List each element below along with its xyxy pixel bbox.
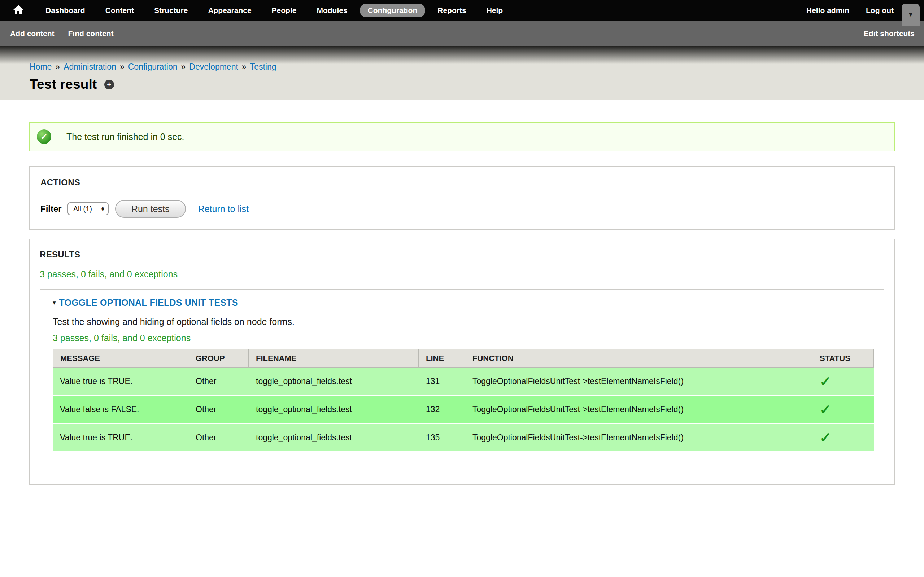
toolbar-menu: DashboardContentStructureAppearancePeopl… <box>36 3 513 17</box>
table-row: Value false is FALSE.Othertoggle_optiona… <box>53 396 874 424</box>
cell-group: Other <box>188 396 249 424</box>
admin-toolbar: DashboardContentStructureAppearancePeopl… <box>0 0 924 21</box>
cell-filename: toggle_optional_fields.test <box>249 396 419 424</box>
column-header-status: STATUS <box>813 349 874 368</box>
toolbar-item-content[interactable]: Content <box>97 3 142 17</box>
filter-select[interactable]: All (1) ▲▼ <box>68 202 109 215</box>
breadcrumb-separator: » <box>55 62 60 71</box>
results-table: MESSAGEGROUPFILENAMELINEFUNCTIONSTATUS V… <box>53 349 874 452</box>
results-summary: 3 passes, 0 fails, and 0 exceptions <box>40 269 884 279</box>
breadcrumb-link-home[interactable]: Home <box>30 62 52 71</box>
table-row: Value true is TRUE.Othertoggle_optional_… <box>53 368 874 396</box>
toolbar-item-reports[interactable]: Reports <box>430 3 474 17</box>
status-message-text: The test run finished in 0 sec. <box>66 132 184 142</box>
chevron-down-icon: ▼ <box>908 11 914 18</box>
results-table-header-row: MESSAGEGROUPFILENAMELINEFUNCTIONSTATUS <box>53 349 874 368</box>
cell-status: ✓ <box>813 368 874 396</box>
cell-status: ✓ <box>813 396 874 424</box>
cell-group: Other <box>188 368 249 396</box>
cell-message: Value false is FALSE. <box>53 396 188 424</box>
run-tests-button[interactable]: Run tests <box>115 200 186 218</box>
toolbar-item-structure[interactable]: Structure <box>146 3 195 17</box>
breadcrumb-separator: » <box>181 62 186 71</box>
pass-check-icon: ✓ <box>820 374 831 389</box>
results-fieldset: RESULTS 3 passes, 0 fails, and 0 excepti… <box>29 239 895 485</box>
pass-check-icon: ✓ <box>820 402 831 417</box>
cell-message: Value true is TRUE. <box>53 424 188 452</box>
cell-line: 132 <box>419 396 465 424</box>
column-header-function: FUNCTION <box>465 349 813 368</box>
breadcrumb-link-configuration[interactable]: Configuration <box>128 62 178 71</box>
contextual-plus-icon[interactable]: + <box>104 80 114 89</box>
collapse-triangle-icon: ▾ <box>53 299 56 306</box>
toolbar-item-appearance[interactable]: Appearance <box>200 3 259 17</box>
column-header-line: LINE <box>419 349 465 368</box>
breadcrumb-link-administration[interactable]: Administration <box>63 62 116 71</box>
home-button[interactable] <box>8 5 29 16</box>
breadcrumb-separator: » <box>242 62 247 71</box>
shortcut-item-add-content[interactable]: Add content <box>10 29 54 38</box>
logout-link[interactable]: Log out <box>866 6 894 15</box>
return-to-list-link[interactable]: Return to list <box>198 204 249 214</box>
test-group-description: Test the showing and hiding of optional … <box>53 317 871 327</box>
test-group-summary: 3 passes, 0 fails, and 0 exceptions <box>53 333 871 343</box>
cell-group: Other <box>188 424 249 452</box>
toolbar-item-configuration[interactable]: Configuration <box>360 3 426 17</box>
actions-legend: ACTIONS <box>40 177 884 187</box>
filter-select-value: All (1) <box>73 205 101 213</box>
breadcrumb-separator: » <box>120 62 124 71</box>
cell-line: 135 <box>419 424 465 452</box>
page-header: Home»Administration»Configuration»Develo… <box>0 46 924 100</box>
toolbar-item-help[interactable]: Help <box>478 3 511 17</box>
greeting-text: Hello admin <box>806 6 849 15</box>
cell-filename: toggle_optional_fields.test <box>249 424 419 452</box>
shortcuts-bar: Add contentFind content Edit shortcuts <box>0 21 924 46</box>
column-header-group: GROUP <box>188 349 249 368</box>
cell-function: ToggleOptionalFieldsUnitTest->testElemen… <box>465 368 813 396</box>
status-message: ✓ The test run finished in 0 sec. <box>29 122 895 152</box>
cell-line: 131 <box>419 368 465 396</box>
home-icon <box>13 5 24 16</box>
test-group-title[interactable]: ▾ TOGGLE OPTIONAL FIELDS UNIT TESTS <box>53 298 871 308</box>
cell-message: Value true is TRUE. <box>53 368 188 396</box>
column-header-message: MESSAGE <box>53 349 188 368</box>
filter-label: Filter <box>40 204 62 214</box>
select-stepper-icon: ▲▼ <box>101 206 105 212</box>
cell-function: ToggleOptionalFieldsUnitTest->testElemen… <box>465 424 813 452</box>
test-group-title-text: TOGGLE OPTIONAL FIELDS UNIT TESTS <box>59 298 238 308</box>
breadcrumb-link-testing[interactable]: Testing <box>250 62 276 71</box>
toolbar-item-dashboard[interactable]: Dashboard <box>37 3 93 17</box>
pass-check-icon: ✓ <box>820 430 831 445</box>
edit-shortcuts-link[interactable]: Edit shortcuts <box>864 29 914 38</box>
column-header-filename: FILENAME <box>249 349 419 368</box>
main-content: ✓ The test run finished in 0 sec. ACTION… <box>0 122 924 485</box>
success-check-icon: ✓ <box>37 129 51 144</box>
cell-status: ✓ <box>813 424 874 452</box>
username: admin <box>827 6 849 15</box>
breadcrumb-link-development[interactable]: Development <box>189 62 238 71</box>
test-group-fieldset: ▾ TOGGLE OPTIONAL FIELDS UNIT TESTS Test… <box>40 289 884 470</box>
cell-filename: toggle_optional_fields.test <box>249 368 419 396</box>
toolbar-account-area: Hello admin Log out <box>806 0 894 21</box>
table-row: Value true is TRUE.Othertoggle_optional_… <box>53 424 874 452</box>
toolbar-item-modules[interactable]: Modules <box>309 3 355 17</box>
results-legend: RESULTS <box>40 250 884 259</box>
page-title: Test result <box>30 77 97 92</box>
toolbar-item-people[interactable]: People <box>264 3 305 17</box>
actions-fieldset: ACTIONS Filter All (1) ▲▼ Run tests Retu… <box>29 166 895 230</box>
toolbar-drawer-toggle[interactable]: ▼ <box>901 3 920 26</box>
cell-function: ToggleOptionalFieldsUnitTest->testElemen… <box>465 396 813 424</box>
shortcut-items: Add contentFind content <box>10 29 127 38</box>
breadcrumb: Home»Administration»Configuration»Develo… <box>30 62 924 72</box>
shortcut-item-find-content[interactable]: Find content <box>68 29 113 38</box>
